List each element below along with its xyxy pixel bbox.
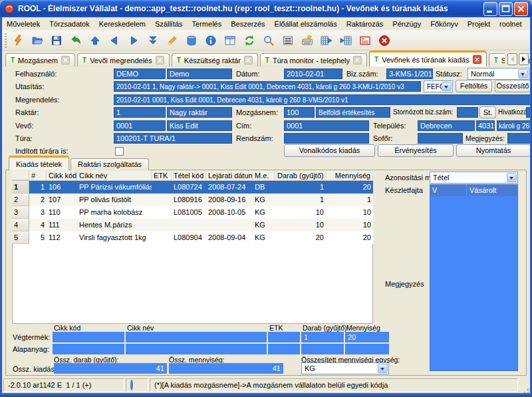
export-table-icon[interactable] [319,33,334,48]
fefo-select[interactable]: FEFO [424,80,453,92]
menu-raktarozas[interactable]: Raktározás [342,18,388,30]
megjegyzes-field[interactable] [507,133,531,144]
undo-icon[interactable] [68,33,83,48]
last-record-icon[interactable] [146,33,160,48]
inditott-turara-checkbox[interactable] [115,147,124,156]
tab-tura-monitor[interactable]: T Túra monitor - telephely [260,53,367,66]
osszesito-button[interactable]: Összesítő [495,80,531,92]
tab-vevoi-megrendeles[interactable]: T Vevői megrendelés [77,53,170,66]
keyboard-icon[interactable] [300,33,315,48]
utasitas-field[interactable]: 2010-02-01 1, Nagy raktár-> 0001, Kiss E… [114,81,421,92]
tab-keszultseg-raktar[interactable]: T Készültség raktár [172,53,258,66]
telepules-zip-field[interactable]: 4031 [476,120,495,131]
stornozott-field[interactable] [457,107,478,118]
menu-eloallat[interactable]: Élőállat elszámolás [270,18,342,30]
st-button[interactable]: St. [479,106,496,118]
table-row[interactable]: 4 4 111 Hentes M.párizs KG 10 10 [12,219,373,231]
mozgasnem-name-field[interactable]: Belföldi értékesítés [316,107,390,118]
tab-kiadas-tetelek[interactable]: Kiadás tételek [9,156,69,170]
cim-field[interactable]: 0001 [284,120,369,131]
telepules-city-field[interactable]: Debrecen [418,120,475,131]
tab-vevonek-kiadas[interactable]: T Vevőnek és túrának kiadás [369,51,487,66]
toolbar-grip[interactable] [5,33,7,48]
chevron-down-icon[interactable] [518,69,528,78]
egyseg-select[interactable]: KG [301,362,389,374]
minimize-button[interactable] [483,2,497,16]
menu-torzsadatok[interactable]: Törzsadatok [45,18,94,30]
felhasznalo-name-field[interactable]: Demo [167,68,232,79]
ervenyesites-button[interactable]: Érvényesítés [378,144,454,157]
open-icon[interactable] [30,33,45,48]
sofor-field[interactable] [418,133,463,144]
col-header-num: # [29,171,47,180]
chevron-down-icon[interactable] [442,82,452,91]
raktar-code-field[interactable]: 1 [114,107,166,118]
vevo-code-field[interactable]: 0001 [114,120,166,131]
table-row[interactable]: 1 1 106 PP Párizsi vákumfóliás L080724 2… [12,181,373,194]
execute-icon[interactable] [11,33,25,48]
tab-scroll-right-icon[interactable] [519,53,529,65]
feltoltes-button[interactable]: Feltöltés [456,80,492,92]
row-header[interactable]: 2 [12,194,29,206]
table-row[interactable]: 5 5 112 Virsli fagyasztott 1kg L080904 2… [12,231,373,244]
first-record-icon[interactable] [88,33,102,48]
col-header-darab: Darab (gyűjtő) [275,171,326,180]
megrendeles-field[interactable]: 2010-02-01 0001, Kiss Edit 0001, Debrece… [114,94,531,105]
close-button[interactable] [514,2,528,16]
tab-close-icon[interactable] [353,56,362,65]
menu-muveletek[interactable]: Műveletek [2,18,45,30]
cell: 5 [29,231,47,244]
info-icon[interactable] [203,33,218,48]
next-record-icon[interactable] [126,33,141,48]
chevron-down-icon[interactable] [507,173,517,182]
row-header[interactable]: 1 [12,181,29,194]
maximize-button[interactable] [499,2,513,16]
tab-close-icon[interactable] [61,56,70,65]
refresh-icon[interactable] [242,33,257,48]
azonositasi-mod-select[interactable]: Tétel [430,172,518,184]
report-icon[interactable] [358,33,372,48]
table-row[interactable]: 2 2 107 PP olivás füstölt L080916 2008-0… [12,194,373,206]
tab-scroll-left-icon[interactable] [507,53,517,65]
row-header[interactable]: 3 [12,206,29,219]
import-table-icon[interactable] [338,33,353,48]
tab-close-icon[interactable] [156,56,164,65]
tab-mozgasnem[interactable]: T Mozgásnem [5,53,75,66]
felhasznalo-code-field[interactable]: DEMO [114,68,166,79]
menu-fokonyv[interactable]: Főkönyv [426,18,463,30]
vevo-name-field[interactable]: Kiss Edit [167,120,232,131]
keszletfajta-megjegyzes-area[interactable] [430,196,518,371]
rendszam-field[interactable] [284,133,369,144]
menu-roolnet[interactable]: roolnet [495,18,527,30]
telepules-street-field[interactable]: károli g 260 [497,120,531,131]
mozgasnem-code-field[interactable]: 100 [284,107,315,118]
row-header[interactable]: 5 [12,231,29,244]
list-icon[interactable] [281,33,295,48]
cancel-icon[interactable] [377,33,392,48]
menu-termeles[interactable]: Termelés [188,18,227,30]
menu-beszerzes[interactable]: Beszerzés [226,18,269,30]
edit-icon[interactable] [165,33,180,48]
tab-raktari-szolgaltatas[interactable]: Raktári szolgáltatás [70,158,149,170]
tab-close-icon[interactable] [244,56,253,65]
menu-kereskedelem[interactable]: Kereskedelem [94,18,150,30]
chevron-down-icon[interactable] [378,364,388,373]
previous-record-icon[interactable] [107,33,122,48]
menu-projekt[interactable]: Projekt [463,18,495,30]
table-row[interactable]: 3 3 110 PP marha kolobász L081005 2008-1… [12,206,373,219]
menu-szallitas[interactable]: Szállítás [150,18,188,30]
nyomtatas-button[interactable]: Nyomtatás [456,144,531,157]
tab-close-icon[interactable] [473,55,481,64]
bizszam-field[interactable]: 3-KMS-1/2010 [386,68,433,79]
search-icon[interactable] [261,33,276,48]
statusz-select[interactable]: Normál [467,68,529,80]
row-header[interactable]: 4 [12,219,29,231]
preview-icon[interactable] [223,33,237,48]
database-icon[interactable] [184,33,199,48]
save-icon[interactable] [49,33,64,48]
menu-penzugy[interactable]: Pénzügy [388,18,426,30]
tura-field[interactable]: 100201-T TURA/1 [114,133,232,144]
vonalkodos-kiadas-button[interactable]: Vonalkódos kiadás [284,144,375,157]
raktar-name-field[interactable]: Nagy raktár [167,107,232,118]
datum-field[interactable]: 2010-02-01 [284,68,342,79]
